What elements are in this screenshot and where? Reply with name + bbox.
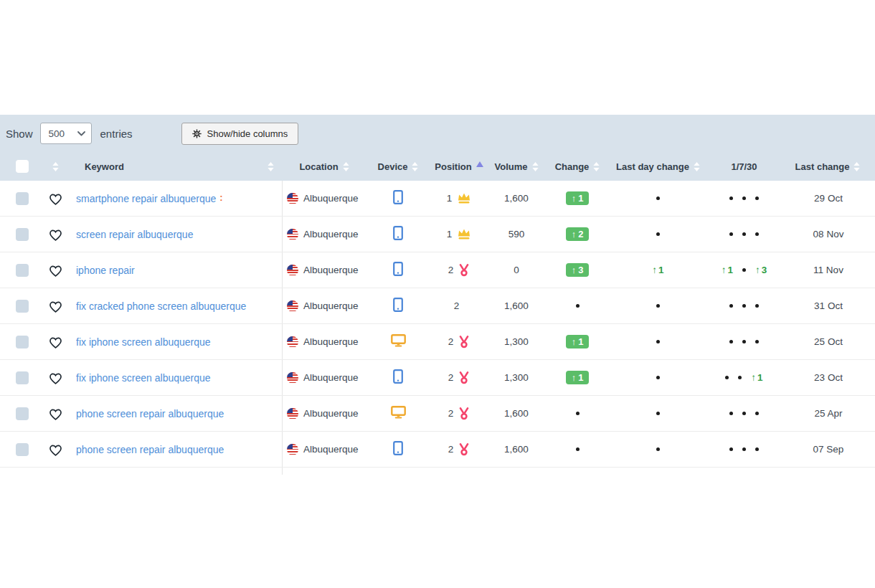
no-change-dot (729, 447, 733, 451)
position-value: 1 (447, 229, 453, 240)
last-change-date: 11 Nov (813, 265, 843, 275)
keyword-link[interactable]: fix iphone screen albuquerque (76, 336, 211, 348)
mobile-icon (393, 226, 403, 243)
sort-icon (52, 162, 59, 171)
row-checkbox[interactable] (16, 371, 29, 384)
position-value: 2 (448, 408, 454, 419)
change-up-text: ↑1 (652, 265, 663, 275)
last-day-change-cell (610, 324, 706, 359)
favorite-sort-header[interactable] (39, 152, 72, 181)
change-1-7-30-cell (706, 181, 782, 216)
keyword-link[interactable]: fix iphone screen albuquerque (76, 372, 211, 384)
show-hide-columns-button[interactable]: Show/hide columns (181, 123, 299, 145)
change-1-7-30-cell: ↑1 (706, 360, 782, 395)
last-change-column-header[interactable]: Last change (782, 152, 875, 181)
sort-icon (694, 162, 700, 171)
last-change-date: 07 Sep (813, 444, 844, 455)
favorite-heart-icon[interactable] (48, 227, 63, 242)
up-arrow-icon: ↑ (572, 373, 577, 382)
position-column-header[interactable]: Position (430, 152, 488, 181)
change-column-header[interactable]: Change (545, 152, 610, 181)
sort-icon (853, 162, 860, 171)
table-row: iphone repair Albuquerque 2 0 ↑3 ↑1 ↑1↑3… (0, 252, 875, 288)
row-checkbox[interactable] (16, 443, 29, 456)
keyword-link[interactable]: iphone repair (76, 265, 135, 276)
table-bottom-stub (0, 468, 875, 475)
us-flag-icon (287, 229, 298, 240)
desktop-icon (391, 406, 406, 422)
change-up-badge: ↑1 (566, 371, 590, 384)
change-cell: ↑2 (545, 217, 610, 252)
change-up-text: ↑1 (751, 372, 762, 383)
no-change-dot (656, 447, 660, 451)
row-checkbox[interactable] (16, 192, 29, 205)
up-arrow-icon: ↑ (572, 265, 577, 275)
show-label: Show (6, 128, 33, 140)
sort-icon (593, 162, 600, 171)
location-text: Albuquerque (303, 229, 359, 240)
no-change-dot (656, 340, 660, 343)
favorite-heart-icon[interactable] (48, 335, 63, 349)
medal-icon (458, 443, 470, 456)
us-flag-icon (287, 193, 298, 204)
select-all-checkbox[interactable] (16, 160, 29, 173)
no-change-dot (656, 412, 660, 415)
no-change-dot (729, 232, 733, 236)
entries-select[interactable]: 500 (40, 123, 92, 144)
no-change-dot (576, 304, 580, 308)
mobile-icon (393, 441, 403, 458)
favorite-heart-icon[interactable] (48, 407, 63, 421)
no-change-dot (742, 304, 746, 308)
keyword-link[interactable]: phone screen repair albuquerque (76, 408, 224, 419)
entries-select-value: 500 (49, 128, 65, 139)
row-checkbox[interactable] (16, 407, 29, 420)
keyword-column-header[interactable]: Keyword (72, 152, 283, 181)
change-up-badge: ↑3 (566, 263, 590, 277)
up-arrow-icon: ↑ (751, 372, 756, 383)
last-day-change-cell (610, 360, 706, 395)
up-arrow-icon: ↑ (652, 265, 657, 275)
favorite-heart-icon[interactable] (48, 442, 63, 457)
keyword-link[interactable]: fix cracked phone screen albuquerque (76, 300, 246, 312)
keyword-link[interactable]: smartphone repair albuquerque (76, 193, 216, 204)
change-cell: ↑1 (545, 324, 610, 359)
position-value: 2 (448, 372, 454, 383)
row-checkbox[interactable] (16, 264, 29, 277)
row-checkbox[interactable] (16, 228, 29, 241)
favorite-heart-icon[interactable] (48, 263, 63, 278)
device-column-header[interactable]: Device (366, 152, 430, 181)
volume-column-header[interactable]: Volume (488, 152, 545, 181)
sort-icon (343, 162, 349, 171)
mobile-icon (393, 298, 403, 315)
favorite-heart-icon[interactable] (48, 299, 63, 313)
favorite-heart-icon[interactable] (48, 191, 63, 206)
no-change-dot (656, 376, 660, 379)
table-header: Keyword Location Device Position (0, 152, 875, 181)
no-change-dot (755, 304, 759, 308)
keyword-link[interactable]: phone screen repair albuquerque (76, 444, 224, 455)
volume-value: 1,300 (504, 336, 529, 347)
last-day-change-column-header[interactable]: Last day change (610, 152, 706, 181)
up-arrow-icon: ↑ (755, 265, 760, 275)
change-header-label: Change (555, 161, 590, 172)
keyword-header-label: Keyword (85, 161, 124, 172)
location-column-header[interactable]: Location (283, 152, 366, 181)
change-1-7-30-cell: ↑1↑3 (706, 252, 782, 288)
favorite-heart-icon[interactable] (48, 371, 63, 385)
us-flag-icon (287, 408, 298, 419)
mobile-icon (393, 369, 403, 387)
keyword-link[interactable]: screen repair albuquerque (76, 229, 193, 240)
us-flag-icon (287, 372, 298, 384)
us-flag-icon (287, 444, 298, 455)
volume-value: 0 (514, 265, 519, 275)
change-up-badge: ↑1 (566, 335, 590, 348)
last-day-change-cell (610, 432, 706, 467)
table-row: phone screen repair albuquerque Albuquer… (0, 396, 875, 432)
table-row: fix iphone screen albuquerque Albuquerqu… (0, 360, 875, 396)
no-change-dot (576, 447, 580, 451)
volume-value: 1,600 (504, 444, 529, 455)
no-change-dot (729, 412, 733, 415)
last-change-date: 31 Oct (814, 300, 843, 311)
row-checkbox[interactable] (16, 336, 29, 348)
row-checkbox[interactable] (16, 300, 29, 313)
